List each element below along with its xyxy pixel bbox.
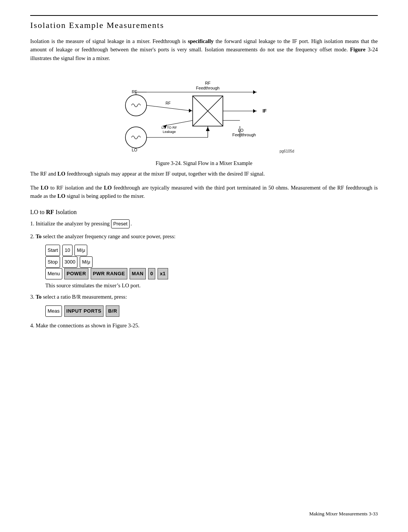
svg-text:RF: RF — [205, 81, 211, 85]
svg-text:Feedthrough: Feedthrough — [196, 86, 219, 90]
x1-key: x1 — [158, 268, 168, 279]
val10-key: 10 — [62, 245, 72, 256]
svg-text:pg6105d: pg6105d — [280, 149, 294, 153]
start-key: Start — [45, 245, 60, 256]
svg-marker-14 — [253, 109, 256, 113]
svg-text:LO: LO — [238, 128, 244, 133]
svg-text:Feedthrough: Feedthrough — [232, 133, 256, 137]
section-heading-lo-rf: LO to RF Isolation — [30, 209, 378, 216]
val3000-key: 3000 — [62, 256, 78, 268]
zero-key: 0 — [148, 268, 156, 279]
mixer-signal-flow-diagram: RF LO RF IF RF Feedthrough LO TO RF Leak… — [106, 71, 302, 158]
svg-marker-12 — [206, 127, 210, 131]
figure-3-24-container: RF LO RF IF RF Feedthrough LO TO RF Leak… — [30, 71, 378, 167]
body-para2: The LO to RF isolation and the LO feedth… — [30, 184, 378, 200]
preset-key: Preset — [111, 219, 130, 228]
input-ports-key: INPUT PORTS — [64, 305, 104, 317]
svg-marker-17 — [253, 90, 256, 94]
power-key: POWER — [64, 268, 88, 279]
svg-text:Leakage: Leakage — [163, 130, 176, 134]
svg-text:LO TO RF: LO TO RF — [161, 126, 177, 130]
step-4: 4. Make the connections as shown in Figu… — [30, 321, 378, 330]
svg-text:LO: LO — [132, 148, 138, 152]
svg-text:RF: RF — [132, 89, 138, 94]
svg-marker-9 — [189, 109, 192, 113]
menu-key: Menu — [45, 268, 62, 279]
mu1-key: M/μ — [74, 245, 87, 256]
svg-text:IF: IF — [263, 108, 267, 114]
pwr-range-key: PWR RANGE — [91, 268, 127, 279]
man-key: MAN — [130, 268, 146, 279]
br-key: B/R — [106, 305, 119, 317]
step-2-label: 2. To select the analyzer frequency rang… — [30, 232, 378, 241]
step-2-note: This source stimulates the mixer’s LO po… — [45, 282, 378, 289]
body-para1: The RF and LO feedthrough signals may ap… — [30, 170, 378, 178]
page-footer: Making Mixer Measurements 3-33 — [309, 511, 378, 517]
step-1: 1. Initialize the analyzer by pressing P… — [30, 219, 378, 228]
svg-line-7 — [147, 105, 193, 111]
step-3-keys: Meas INPUT PORTS B/R — [45, 305, 378, 317]
page-title: Isolation Example Measurements — [30, 15, 378, 30]
figure-caption: Figure 3-24. Signal Flow in a Mixer Exam… — [156, 160, 252, 167]
svg-text:RF: RF — [165, 101, 170, 105]
stop-key: Stop — [45, 256, 60, 268]
mu2-key: M/μ — [80, 256, 93, 268]
svg-point-1 — [125, 127, 147, 148]
meas-key: Meas — [45, 305, 62, 317]
intro-paragraph: Isolation is the measure of signal leaka… — [30, 37, 378, 62]
step-2-keys: Start 10 M/μ Stop 3000 M/μ Menu POWER PW… — [45, 244, 378, 279]
svg-point-0 — [125, 95, 147, 116]
step-3-label: 3. To select a ratio B/R measurement, pr… — [30, 293, 378, 301]
svg-line-22 — [162, 120, 193, 126]
